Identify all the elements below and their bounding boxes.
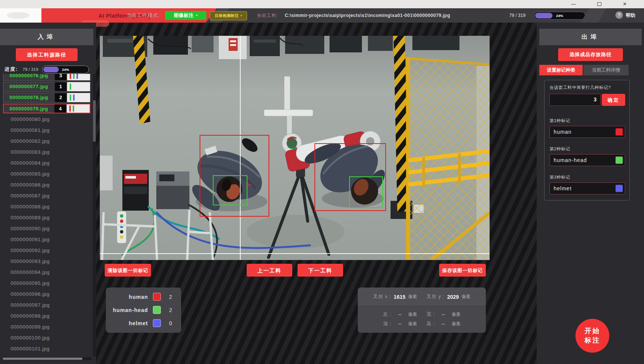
- file-list-item[interactable]: 0000000100.jpg: [0, 333, 90, 343]
- file-list-item[interactable]: 0000000101.jpg: [0, 344, 90, 354]
- label-field-title: 第1种标记: [549, 118, 625, 124]
- file-name: 0000000079.jpg: [4, 104, 54, 113]
- legend-panel: human2human-head2helmet0: [106, 288, 181, 333]
- legend-label: human: [106, 294, 148, 300]
- crosshair-x-value: 1615: [394, 294, 405, 300]
- mode-button-label: 图像标注: [174, 12, 193, 19]
- file-list-item[interactable]: 0000000098.jpg: [0, 311, 90, 321]
- previous-file-button[interactable]: 上一工料: [247, 264, 292, 277]
- file-list-item[interactable]: 0000000080.jpg: [0, 115, 90, 124]
- file-list-item[interactable]: 0000000099.jpg: [0, 322, 90, 332]
- output-tabs: 设置标记种类 当前工料详情: [539, 65, 629, 75]
- output-sidebar: 出埠 选择成品存放路径 设置标记种类 当前工料详情 在该套工料中将要打几种标记?…: [537, 23, 644, 364]
- scrollbar-thumb[interactable]: [3, 358, 82, 360]
- file-list-item[interactable]: 0000000077.jpg1: [3, 82, 90, 92]
- file-list-item[interactable]: 0000000096.jpg: [0, 289, 90, 299]
- file-list-item[interactable]: 0000000089.jpg: [0, 213, 90, 223]
- file-list-horizontal-scrollbar[interactable]: [2, 357, 92, 360]
- file-list-item[interactable]: 0000000087.jpg: [0, 191, 90, 201]
- chevron-down-icon: ▾: [196, 14, 197, 17]
- pixel-unit: 像素: [452, 311, 461, 318]
- tab-set-label-types[interactable]: 设置标记种类: [539, 65, 583, 75]
- start-button-line1: 开始: [584, 326, 600, 336]
- confirm-button[interactable]: 确定: [602, 94, 625, 106]
- file-list: 0000000076.jpg30000000077.jpg10000000078…: [0, 74, 93, 356]
- file-list-item[interactable]: 0000000094.jpg: [0, 268, 90, 277]
- help-icon[interactable]: ?: [615, 11, 623, 19]
- box-readout: 左 : -- 像素 宽 : -- 像素 顶 : -- 像素 高 : -- 像素: [358, 306, 486, 329]
- legend-row: human2: [106, 290, 181, 303]
- output-sidebar-title: 出埠: [539, 29, 642, 45]
- maximize-icon[interactable]: [593, 0, 606, 8]
- image-annotation-mode-button[interactable]: 图像标注 ▾: [165, 11, 206, 20]
- file-list-item[interactable]: 0000000076.jpg3: [3, 74, 90, 81]
- file-list-item[interactable]: 0000000097.jpg: [0, 300, 90, 310]
- file-list-item[interactable]: 0000000092.jpg: [0, 246, 90, 255]
- file-list-item[interactable]: 0000000090.jpg: [0, 224, 90, 234]
- select-output-path-button[interactable]: 选择成品存放路径: [558, 48, 623, 61]
- header-diagonal-decor: [581, 8, 606, 23]
- annotation-canvas[interactable]: [100, 36, 490, 260]
- file-annotation-count-badge: 3: [54, 74, 66, 80]
- file-annotation-count-badge: 2: [54, 93, 66, 102]
- file-list-item[interactable]: 0000000086.jpg: [0, 180, 90, 190]
- legend-label: helmet: [106, 320, 148, 326]
- legend-list: human2human-head2helmet0: [106, 290, 181, 330]
- crosshair-readout: 叉丝 x : 1615 像素 叉丝 y : 2029 像素: [358, 288, 486, 306]
- file-list-item[interactable]: 0000000085.jpg: [0, 169, 90, 179]
- progress-percent: 24%: [534, 12, 585, 19]
- label-color-swatch[interactable]: [615, 156, 623, 164]
- label-name-input[interactable]: helmet: [549, 182, 625, 194]
- legend-color-swatch: [153, 293, 161, 301]
- detection-annotation-mode-button[interactable]: 目标检测标注 ▾: [210, 11, 247, 20]
- box-width-label: 宽 :: [427, 311, 435, 318]
- file-list-item[interactable]: 0000000093.jpg: [0, 257, 90, 266]
- file-annotation-count-badge: 4: [54, 104, 66, 113]
- legend-count: 2: [169, 307, 172, 313]
- label-name-input[interactable]: human-head: [549, 154, 625, 166]
- label-fields: 第1种标记human第2种标记human-head第3种标记helmet: [549, 118, 625, 203]
- minimize-icon[interactable]: —: [567, 0, 580, 8]
- app-window: — ✕ AI Platform (SAIP) 当前工作模式: 图像标注 ▾ 目标…: [0, 0, 644, 364]
- coordinates-panel: 叉丝 x : 1615 像素 叉丝 y : 2029 像素 左 : -- 像素 …: [358, 288, 486, 333]
- sidebar-progress-bar: 24%: [42, 66, 89, 73]
- pixel-unit: 像素: [408, 311, 417, 318]
- tab-current-file-details[interactable]: 当前工料详情: [583, 65, 629, 75]
- label-count-question: 在该套工料中将要打几种标记?: [549, 85, 611, 90]
- start-annotation-button[interactable]: 开始 标注: [575, 319, 609, 353]
- scrollbar-thumb[interactable]: [93, 100, 96, 142]
- file-list-item[interactable]: 0000000082.jpg: [0, 136, 90, 146]
- close-icon[interactable]: ✕: [618, 0, 631, 8]
- clear-annotations-button[interactable]: 清除该图一切标记: [105, 264, 151, 277]
- file-list-item[interactable]: 0000000091.jpg: [0, 235, 90, 245]
- file-list-item[interactable]: 0000000088.jpg: [0, 202, 90, 212]
- label-name-input[interactable]: human: [549, 126, 625, 138]
- file-list-item[interactable]: 0000000081.jpg: [0, 125, 90, 135]
- logo-mark-icon: [7, 12, 29, 19]
- help-button[interactable]: 帮助: [626, 8, 635, 23]
- start-button-line2: 标注: [584, 336, 600, 345]
- annotation-box-human-head[interactable]: [349, 176, 383, 208]
- label-color-swatch[interactable]: [615, 185, 623, 192]
- pixel-unit: 像素: [408, 294, 417, 300]
- save-annotations-button[interactable]: 保存该图一切标记: [439, 264, 486, 277]
- file-name: 0000000077.jpg: [3, 82, 54, 91]
- select-source-path-button[interactable]: 选择工料源路径: [16, 48, 78, 61]
- annotation-box-human-head[interactable]: [213, 175, 247, 205]
- label-color-swatch[interactable]: [615, 128, 623, 136]
- label-count-input[interactable]: 3: [549, 94, 601, 106]
- box-height-value: --: [438, 321, 449, 327]
- file-list-item[interactable]: 0000000079.jpg4: [3, 104, 90, 113]
- label-name-value: human-head: [550, 157, 615, 163]
- current-file-path: C:\simmir-projects\saip\projects\s1\inco…: [285, 8, 450, 23]
- next-file-button[interactable]: 下一工料: [298, 264, 343, 277]
- pixel-unit: 像素: [408, 321, 417, 327]
- file-label-color-strip: [66, 74, 90, 80]
- file-list-item[interactable]: 0000000084.jpg: [0, 158, 90, 168]
- legend-label: human-head: [106, 307, 148, 313]
- file-list-item[interactable]: 0000000083.jpg: [0, 147, 90, 157]
- file-label-color-strip: [66, 93, 90, 102]
- file-list-vertical-scrollbar[interactable]: [93, 74, 96, 356]
- file-list-item[interactable]: 0000000095.jpg: [0, 278, 90, 288]
- file-list-item[interactable]: 0000000078.jpg2: [3, 93, 90, 102]
